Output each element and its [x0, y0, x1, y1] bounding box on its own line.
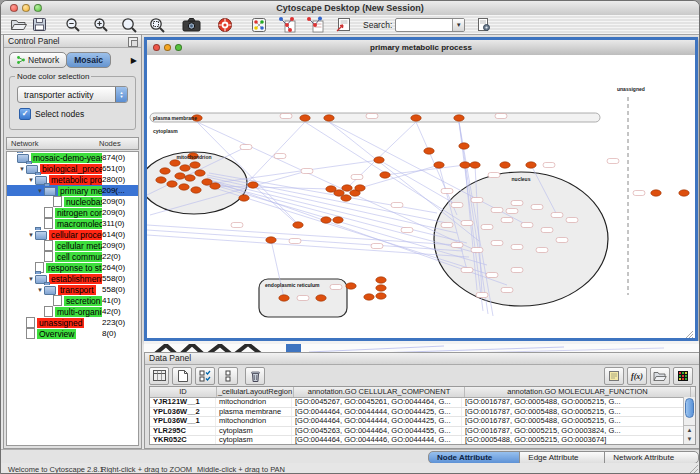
tab-overflow-arrow-icon[interactable]: ▶ — [131, 56, 137, 65]
tree-row-label: multi-organism pro — [55, 307, 102, 317]
new-attribute-button[interactable] — [172, 367, 192, 385]
app-window: Cytoscape Desktop (New Session) — [0, 0, 700, 474]
window-resize-grip[interactable] — [688, 465, 698, 474]
table-row[interactable]: YKR052Ccytoplasm[GO:0044464, GO:0044446,… — [150, 436, 695, 445]
search-input[interactable] — [396, 20, 452, 30]
minimize-button[interactable] — [22, 4, 30, 12]
table-column-header[interactable]: annotation.GO CELLULAR_COMPONENT — [294, 387, 465, 397]
tree-row[interactable]: cellular metabo209(0) — [7, 240, 138, 251]
tree-row[interactable]: multi-organism pro42(0) — [7, 306, 138, 317]
zoom-fit-button[interactable] — [147, 16, 167, 33]
zoom-out-button[interactable] — [63, 16, 83, 33]
table-row[interactable]: YJR121W__1mitochondrion[GO:0045267, GO:0… — [150, 398, 695, 408]
open-session-button[interactable] — [9, 16, 29, 33]
delete-attribute-button[interactable] — [245, 367, 265, 385]
function-builder-button[interactable]: f(x) — [627, 367, 647, 385]
annotation-button[interactable] — [333, 16, 353, 33]
tree-header: Network Nodes — [6, 137, 139, 150]
node-color-selection-group: Node color selection transporter activit… — [9, 76, 136, 130]
select-all-attributes-button[interactable] — [195, 367, 215, 385]
tree-row[interactable]: ▼primary metabo209(... — [7, 185, 138, 196]
zoom-window-button[interactable] — [34, 4, 42, 12]
folder-icon — [44, 187, 56, 196]
notes-button[interactable] — [604, 367, 624, 385]
import-attributes-button[interactable] — [650, 367, 670, 385]
tab-network[interactable]: Network — [9, 52, 67, 68]
status-welcome: Welcome to Cytoscape 2.8.1 — [8, 465, 104, 474]
table-row[interactable]: YPL036W__2plasma membrane[GO:0044464, GO… — [150, 408, 695, 418]
export-image-button[interactable] — [181, 16, 201, 33]
tree-col-network[interactable]: Network — [7, 139, 99, 148]
table-cell: [GO:0044464, GO:0044444, GO:0044425, G..… — [292, 417, 462, 426]
node-color-dropdown[interactable]: transporter activity ▲▼ — [17, 86, 128, 103]
tree-row-count: 223(0) — [102, 318, 138, 327]
select-nodes-checkbox[interactable]: ✓ — [19, 108, 31, 120]
expand-arrow-icon[interactable]: ▼ — [18, 166, 26, 172]
tree-col-nodes[interactable]: Nodes — [99, 139, 138, 148]
save-session-button[interactable] — [29, 16, 49, 33]
table-cell: YJR121W__1 — [150, 398, 216, 407]
network-frame-title: primary metabolic process — [147, 40, 695, 55]
search-dropdown-arrow-icon[interactable]: ▼ — [452, 19, 464, 31]
table-cell: mitochondrion — [216, 398, 292, 407]
tree-row[interactable]: nucleobase-209(0) — [7, 196, 138, 207]
import-table-button[interactable] — [305, 16, 325, 33]
configure-search-button[interactable] — [473, 16, 493, 33]
checkbox-list-icon — [199, 370, 212, 382]
table-row[interactable]: YLR295Ccytoplasm[GO:0045263, GO:0044464,… — [150, 427, 695, 437]
frame-close-button[interactable] — [153, 44, 160, 51]
tree-row[interactable]: ▼metabolic process280(0) — [7, 174, 138, 185]
table-cell: YPL036W__1 — [150, 417, 216, 426]
tree-row[interactable]: response to stimulu264(0) — [7, 262, 138, 273]
expand-arrow-icon[interactable]: ▼ — [27, 232, 35, 238]
tree-row[interactable]: ▼establishment of lo558(0) — [7, 273, 138, 284]
scrollbar-thumb[interactable] — [685, 398, 694, 418]
tree-row[interactable]: ▼cellular process614(0) — [7, 229, 138, 240]
expand-arrow-icon[interactable]: ▼ — [27, 177, 35, 183]
table-scrollbar[interactable]: ▲▼ — [683, 397, 695, 444]
control-panel-title: Control Panel — [8, 36, 60, 46]
zoom-selected-region-button[interactable] — [119, 16, 139, 33]
tree-row-label: primary metabo — [58, 186, 102, 196]
import-network-button[interactable] — [277, 16, 297, 33]
tree-row[interactable]: Overview8(0) — [7, 328, 138, 339]
expand-arrow-icon[interactable]: ▼ — [36, 188, 44, 194]
table-column-header[interactable]: _cellularLayoutRegion — [217, 387, 294, 397]
tree-row-label: mosaic-demo-yeast — [31, 153, 102, 163]
tree-row[interactable]: ▼biological_process651(0) — [7, 163, 138, 174]
table-cell: cytoplasm — [216, 427, 292, 436]
frame-zoom-button[interactable] — [175, 44, 182, 51]
background-network-glimpse — [144, 344, 700, 352]
zoom-in-button[interactable] — [91, 16, 111, 33]
tree-row-label: cellular metabo — [55, 241, 102, 251]
tree-row[interactable]: ▼transport558(0) — [7, 284, 138, 295]
select-attributes-button[interactable] — [149, 367, 169, 385]
matrix-view-button[interactable] — [673, 367, 693, 385]
scrollbar-arrows[interactable]: ▲▼ — [684, 425, 695, 444]
tab-mosaic[interactable]: Mosaic — [66, 52, 111, 68]
tree-row-count: 209(0) — [102, 197, 138, 206]
table-column-header[interactable]: annotation.GO MOLECULAR_FUNCTION — [465, 387, 691, 397]
float-panel-icon[interactable] — [128, 37, 138, 47]
network-canvas[interactable]: plasma membranecytoplasmmitochondrionnuc… — [147, 55, 695, 338]
network-frame-titlebar[interactable]: primary metabolic process — [147, 40, 695, 56]
network-view-frame: primary metabolic process plasma membran… — [144, 37, 698, 341]
layout-button[interactable] — [249, 16, 269, 33]
expand-arrow-icon[interactable]: ▼ — [36, 287, 44, 293]
network-graph-svg[interactable]: plasma membranecytoplasmmitochondrionnuc… — [147, 55, 695, 338]
table-column-header[interactable]: ID — [150, 387, 217, 397]
save-icon — [32, 17, 47, 32]
tree-row[interactable]: unassigned223(0) — [7, 317, 138, 328]
tree-row[interactable]: cell communicat22(0) — [7, 251, 138, 262]
close-button[interactable] — [10, 4, 18, 12]
frame-minimize-button[interactable] — [164, 44, 171, 51]
expand-arrow-icon[interactable]: ▼ — [27, 276, 35, 282]
tree-row[interactable]: nitrogen compo209(0) — [7, 207, 138, 218]
unselect-all-attributes-button[interactable] — [218, 367, 238, 385]
tree-row[interactable]: macromolecule311(0) — [7, 218, 138, 229]
table-row[interactable]: YPL036W__1mitochondrion[GO:0044464, GO:0… — [150, 417, 695, 427]
help-button[interactable] — [215, 16, 235, 33]
tree-row[interactable]: secretion41(0) — [7, 295, 138, 306]
attribute-table: ID_cellularLayoutRegionannotation.GO CEL… — [149, 386, 696, 445]
group-label: Node color selection — [15, 72, 91, 81]
